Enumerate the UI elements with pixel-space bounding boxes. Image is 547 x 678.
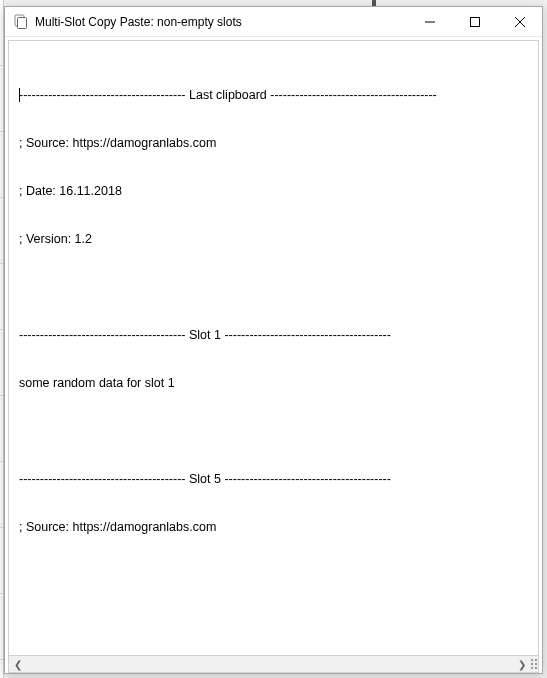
scroll-right-arrow-icon[interactable]: ❯ (513, 656, 530, 673)
section-header-last-clipboard: ----------------------------------------… (19, 87, 528, 103)
svg-rect-3 (470, 17, 479, 26)
scroll-left-arrow-icon[interactable]: ❮ (9, 656, 26, 673)
horizontal-scrollbar[interactable]: ❮ ❯ (8, 656, 539, 673)
close-button[interactable] (497, 7, 542, 37)
text-editor[interactable]: ----------------------------------------… (8, 40, 539, 656)
clipboard-line: ; Source: https://damogranlabs.com (19, 135, 528, 151)
content-area: ----------------------------------------… (5, 37, 542, 673)
blank-line (19, 423, 528, 439)
svg-rect-1 (18, 17, 27, 28)
resize-grip-icon[interactable] (530, 656, 538, 673)
app-window: Multi-Slot Copy Paste: non-empty slots -… (4, 6, 543, 674)
section-header-slot-5: ----------------------------------------… (19, 471, 528, 487)
clipboard-line: ; Version: 1.2 (19, 231, 528, 247)
slot5-line: ; Source: https://damogranlabs.com (19, 519, 528, 535)
blank-line (19, 279, 528, 295)
scrollbar-track[interactable] (26, 656, 513, 673)
titlebar[interactable]: Multi-Slot Copy Paste: non-empty slots (5, 7, 542, 37)
slot1-line: some random data for slot 1 (19, 375, 528, 391)
section-header-slot-1: ----------------------------------------… (19, 327, 528, 343)
minimize-button[interactable] (407, 7, 452, 37)
clipboard-line: ; Date: 16.11.2018 (19, 183, 528, 199)
window-title: Multi-Slot Copy Paste: non-empty slots (35, 15, 407, 29)
app-icon (13, 14, 29, 30)
maximize-button[interactable] (452, 7, 497, 37)
